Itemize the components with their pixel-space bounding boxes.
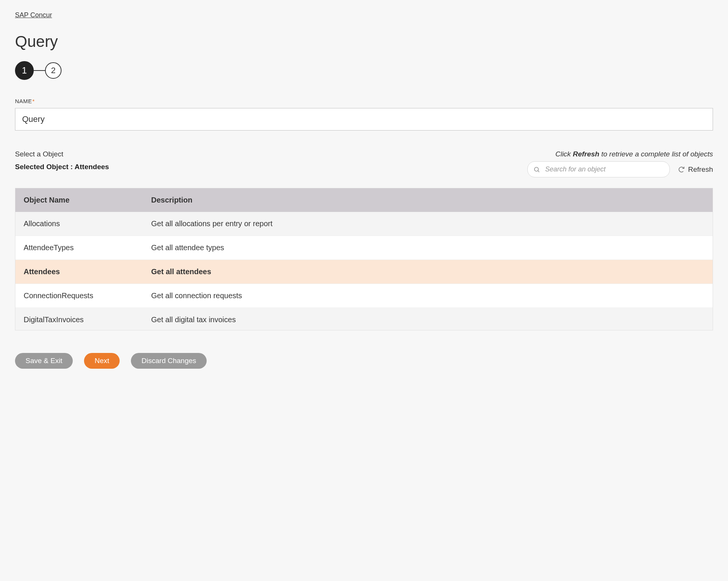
cell-description: Get all connection requests xyxy=(143,284,713,308)
refresh-icon xyxy=(678,166,685,173)
table-row[interactable]: ConnectionRequestsGet all connection req… xyxy=(15,284,713,308)
svg-point-0 xyxy=(534,167,539,171)
refresh-hint-suffix: to retrieve a complete list of objects xyxy=(599,150,713,158)
cell-description: Get all attendee types xyxy=(143,236,713,260)
selected-object-label: Selected Object : Attendees xyxy=(15,163,109,171)
name-field-label: NAME* xyxy=(15,98,713,104)
save-exit-button[interactable]: Save & Exit xyxy=(15,353,73,369)
refresh-button-label: Refresh xyxy=(688,165,713,174)
refresh-hint-prefix: Click xyxy=(555,150,573,158)
step-2[interactable]: 2 xyxy=(45,62,62,79)
cell-description: Get all allocations per entry or report xyxy=(143,212,713,236)
required-asterisk: * xyxy=(32,98,35,104)
discard-button[interactable]: Discard Changes xyxy=(131,353,207,369)
col-header-description: Description xyxy=(143,188,713,212)
step-indicator: 12 xyxy=(15,61,713,80)
col-header-name: Object Name xyxy=(15,188,143,212)
selected-object-name: Attendees xyxy=(75,163,109,171)
cell-object-name: AttendeeTypes xyxy=(15,236,143,260)
breadcrumb-link[interactable]: SAP Concur xyxy=(15,11,52,19)
cell-object-name: DigitalTaxInvoices xyxy=(15,308,143,330)
table-row[interactable]: AttendeeTypesGet all attendee types xyxy=(15,236,713,260)
table-row[interactable]: AllocationsGet all allocations per entry… xyxy=(15,212,713,236)
cell-description: Get all digital tax invoices xyxy=(143,308,713,330)
search-input[interactable] xyxy=(527,161,670,177)
refresh-hint: Click Refresh to retrieve a complete lis… xyxy=(527,150,713,158)
table-row[interactable]: DigitalTaxInvoicesGet all digital tax in… xyxy=(15,308,713,330)
cell-description: Get all attendees xyxy=(143,260,713,284)
selected-object-prefix: Selected Object : xyxy=(15,163,75,171)
select-object-label: Select a Object xyxy=(15,150,109,158)
page-title: Query xyxy=(15,33,713,51)
name-input[interactable] xyxy=(15,108,713,131)
name-label-text: NAME xyxy=(15,98,32,104)
cell-object-name: Allocations xyxy=(15,212,143,236)
cell-object-name: ConnectionRequests xyxy=(15,284,143,308)
next-button[interactable]: Next xyxy=(84,353,120,369)
step-1[interactable]: 1 xyxy=(15,61,34,80)
search-icon xyxy=(533,166,540,173)
refresh-hint-bold: Refresh xyxy=(573,150,599,158)
object-table: Object Name Description AllocationsGet a… xyxy=(15,188,713,330)
step-connector xyxy=(34,70,45,71)
table-row[interactable]: AttendeesGet all attendees xyxy=(15,260,713,284)
refresh-button[interactable]: Refresh xyxy=(678,165,713,174)
svg-line-1 xyxy=(538,171,539,172)
cell-object-name: Attendees xyxy=(15,260,143,284)
